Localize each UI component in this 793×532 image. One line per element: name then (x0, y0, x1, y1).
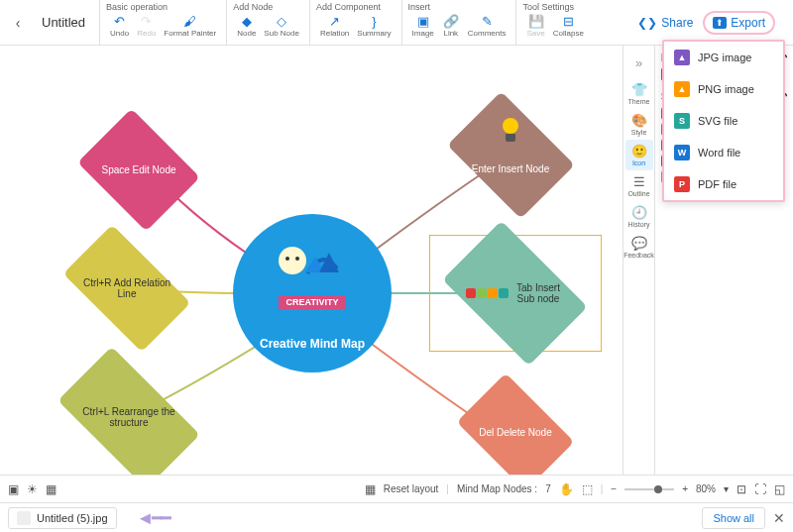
image-button[interactable]: ▣Image (408, 13, 438, 38)
tag-icon (499, 288, 509, 298)
export-option-icon: P (674, 176, 690, 192)
share-label: Share (661, 16, 693, 30)
toolbar-item-label: Collapse (553, 29, 584, 38)
undo-icon: ↶ (111, 13, 129, 29)
rail-outline[interactable]: ☰Outline (625, 170, 653, 201)
toolbar-item-label: Node (237, 29, 256, 38)
center-node[interactable]: CREATIVITY Creative Mind Map (233, 214, 392, 372)
toolbar-group-tool-settings: Tool Settings💾Save⊟Collapse (515, 0, 593, 45)
zoom-in-button[interactable]: + (682, 483, 688, 494)
zoom-slider[interactable] (624, 488, 674, 490)
rail-icon[interactable]: 🙂Icon (625, 140, 653, 170)
toolbar-item-label: Relation (320, 29, 349, 38)
rail-history[interactable]: 🕘History (625, 201, 653, 232)
export-option-pdf-file[interactable]: PPDF file (664, 168, 783, 200)
collapse-button[interactable]: ⊟Collapse (549, 13, 588, 38)
format-painter-button[interactable]: 🖌Format Painter (160, 13, 220, 38)
toolbar-group-insert: Insert▣Image🔗Link✎Comments (401, 0, 516, 45)
rail-label: Theme (628, 98, 650, 105)
icon-icon: 🙂 (631, 144, 647, 159)
toolbar-group-basic-operation: Basic operation↶Undo↷Redo🖌Format Painter (99, 0, 226, 45)
zoom-dropdown-icon[interactable]: ▾ (724, 483, 729, 494)
toolbar-item-label: Summary (357, 29, 391, 38)
document-title[interactable]: Untitled (28, 0, 99, 45)
rail-style[interactable]: 🎨Style (625, 109, 653, 140)
redo-button[interactable]: ↷Redo (133, 13, 160, 38)
export-button[interactable]: ⬆ Export (703, 11, 775, 35)
share-icon: ❮❯ (637, 16, 657, 30)
export-option-svg-file[interactable]: SSVG file (664, 105, 783, 137)
download-chip[interactable]: Untitled (5).jpg (8, 507, 117, 529)
toolbar-item-label: Format Painter (164, 29, 216, 38)
node-button[interactable]: ◆Node (233, 13, 260, 38)
export-option-label: SVG file (698, 115, 737, 127)
creativity-art-icon: CREATIVITY (263, 234, 362, 303)
sub-node-button[interactable]: ◇Sub Node (260, 13, 303, 38)
export-option-jpg-image[interactable]: ▲JPG image (664, 42, 783, 73)
relation-button[interactable]: ↗Relation (316, 13, 353, 38)
rail-theme[interactable]: 👕Theme (625, 78, 653, 109)
node-ctrl-r[interactable]: Ctrl+R Add Relation Line (48, 239, 206, 338)
toolbar-item-label: Sub Node (264, 29, 299, 38)
node-space-edit[interactable]: Space Edit Node (69, 115, 208, 224)
lightbulb-icon (501, 118, 520, 144)
node-label: Del Delete Node (479, 427, 551, 438)
link-icon: 🔗 (442, 13, 460, 29)
rail-feedback[interactable]: 💬Feedback (625, 232, 653, 263)
node-icon: ◆ (238, 13, 256, 29)
summary-button[interactable]: }Summary (353, 13, 395, 38)
fullscreen-icon[interactable]: ◱ (774, 482, 785, 496)
link-button[interactable]: 🔗Link (438, 13, 464, 38)
toolbar-item-label: Comments (468, 29, 507, 38)
toolbar-item-label: Image (412, 29, 434, 38)
export-option-png-image[interactable]: ▲PNG image (664, 73, 783, 105)
image-icon: ▣ (414, 13, 432, 29)
mindmap-canvas[interactable]: Space Edit Node Ctrl+R Add Relation Line… (0, 46, 623, 475)
sub-node-icon: ◇ (273, 13, 290, 29)
toolbar-item-label: Save (526, 29, 544, 38)
reset-layout-icon: ▦ (365, 482, 376, 496)
group-title: Insert (408, 2, 510, 12)
toolbar-item-label: Redo (137, 29, 156, 38)
hand-icon[interactable]: ✋ (559, 482, 574, 496)
grid-icon[interactable]: ▦ (46, 482, 57, 496)
rail-label: History (628, 221, 650, 228)
node-ctrl-l[interactable]: Ctrl+L Rearrange the structure (40, 363, 218, 472)
toolbar-group-add-component: Add Component↗Relation}Summary (309, 0, 401, 45)
node-enter[interactable]: Enter Insert Node (436, 100, 585, 209)
comments-button[interactable]: ✎Comments (464, 13, 510, 38)
download-bar: Untitled (5).jpg ◄━━ Show all ✕ (0, 502, 793, 532)
group-title: Tool Settings (522, 2, 587, 12)
svg-marker-4 (319, 253, 339, 272)
export-option-word-file[interactable]: WWord file (664, 137, 783, 168)
cursor-icon[interactable]: ⬚ (582, 482, 593, 496)
comments-icon: ✎ (478, 13, 496, 29)
nodes-count-value: 7 (545, 483, 551, 494)
relation-icon: ↗ (326, 13, 344, 29)
show-all-button[interactable]: Show all (702, 507, 765, 529)
node-label: Enter Insert Node (472, 163, 549, 174)
svg-point-1 (285, 257, 289, 261)
sun-icon[interactable]: ☀ (27, 482, 38, 496)
group-title: Add Component (316, 2, 396, 12)
export-option-label: JPG image (698, 52, 751, 63)
back-button[interactable]: ‹ (8, 0, 28, 45)
rail-collapse[interactable]: » (631, 52, 646, 74)
node-label: Tab Insert Sub node (466, 282, 565, 304)
warn-icon (488, 288, 498, 298)
expand-icon[interactable]: ⛶ (754, 482, 766, 496)
share-button[interactable]: ❮❯ Share (637, 16, 693, 30)
creativity-banner: CREATIVITY (279, 295, 347, 309)
node-tab[interactable]: Tab Insert Sub node (428, 234, 603, 353)
reset-layout-button[interactable]: Reset layout (384, 483, 439, 494)
save-button[interactable]: 💾Save (522, 13, 548, 38)
fit-icon[interactable]: ⊡ (736, 482, 746, 496)
image-icon[interactable]: ▣ (8, 482, 19, 496)
export-icon: ⬆ (713, 17, 727, 29)
zoom-out-button[interactable]: − (611, 483, 617, 494)
undo-button[interactable]: ↶Undo (106, 13, 133, 38)
node-del[interactable]: Del Delete Node (446, 382, 585, 481)
close-download-bar[interactable]: ✕ (773, 510, 785, 526)
rail-label: Style (631, 129, 647, 136)
file-icon (17, 511, 31, 525)
